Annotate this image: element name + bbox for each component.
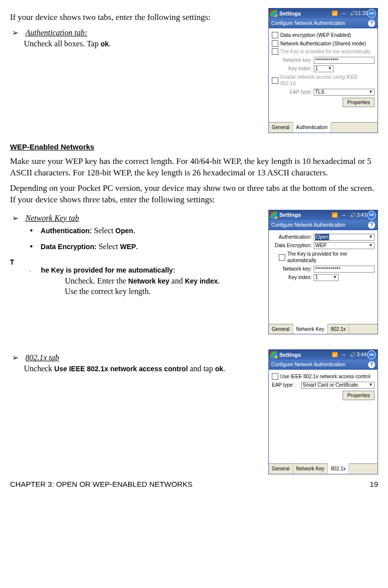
auth-tab-item: Authentication tab: Uncheck all boxes. T… [12, 27, 263, 49]
network-key-tab-item: Network Key tab [12, 213, 263, 224]
check-8021x[interactable]: Enable network access using IEEE 802.1X [272, 74, 375, 87]
auth-row: Authentication: Open▼ [272, 234, 375, 241]
8021x-tab-item: 802.1x tab Uncheck Use IEEE 802.1x netwo… [12, 352, 263, 374]
tab-general[interactable]: General [269, 324, 293, 334]
tab-8021x[interactable]: 802.1x [328, 463, 349, 474]
wep-p1: Make sure your WEP key has the correct l… [10, 156, 378, 179]
subheader-text: Configure Network Authentication [271, 222, 345, 229]
key-index-row: Key index: 1▼ [272, 274, 375, 281]
chevron-down-icon: ▼ [369, 89, 373, 95]
network-key-input[interactable]: ************ [314, 57, 375, 64]
bullet-data-encryption: Data Encryption: Select WEP. [30, 241, 263, 252]
wep-heading: WEP-Enabled Networks [10, 142, 378, 152]
8021x-instr: Uncheck Use IEEE 802.1x network access c… [24, 363, 225, 374]
screenshot-8021x-tab: Settings 📶 ↔ 🔊 3:44 ok Configure Network… [268, 349, 378, 474]
tab-network-key[interactable]: Network Key [293, 464, 328, 474]
nk-label: Network key: [272, 57, 312, 64]
properties-button[interactable]: Properties [343, 98, 375, 108]
sync-icon: ↔ [340, 10, 347, 17]
clock: 3:44 [358, 351, 365, 358]
auth-select[interactable]: Open▼ [314, 234, 375, 241]
eap-row: EAP type: TLS▼ [272, 89, 375, 96]
enc-select[interactable]: WEP▼ [314, 242, 375, 249]
bullet-authentication: Authentication: Select Open. [30, 225, 263, 236]
eap-row: EAP type: Smart Card or Certificate▼ [272, 382, 375, 389]
bullet-key-auto: •he Key is provided for me automatically… [30, 265, 263, 297]
network-key-input[interactable]: ************* [314, 266, 375, 273]
ppc-subheader: Configure Network Authentication ? [269, 18, 378, 28]
network-key-tab-label: Network Key tab [25, 214, 79, 222]
properties-button[interactable]: Properties [343, 391, 375, 401]
eap-label: EAP type: [272, 89, 312, 96]
ok-button[interactable]: ok [367, 350, 376, 359]
page-footer: CHAPTER 3: OPEN OR WEP-ENABLED NETWORKS … [10, 479, 378, 489]
tab-authentication[interactable]: Authentication [293, 122, 331, 133]
floating-t: T [10, 258, 14, 267]
clock: 3:43 [358, 212, 365, 219]
check-shared[interactable]: Network Authentication (Shared mode) [272, 40, 375, 47]
enc-row: Data Encryption: WEP▼ [272, 242, 375, 249]
check-key-auto[interactable]: The Key is provided for me automatically [272, 48, 375, 55]
ppc-title: Settings [279, 211, 329, 219]
chevron-down-icon: ▼ [328, 65, 332, 71]
signal-icon: 📶 [331, 10, 338, 17]
key-index-row: Key index: 1▼ [272, 65, 375, 72]
auth-tab-label: Authentication tab: [25, 28, 87, 37]
check-use-8021x[interactable]: Use IEEE 802.1x network access control [272, 373, 375, 380]
ppc-tabs: General Authentication [269, 122, 378, 133]
ok-button[interactable]: ok [367, 211, 376, 220]
help-icon[interactable]: ? [368, 20, 375, 27]
network-key-row: Network key: ************* [272, 266, 375, 273]
network-key-row: Network key: ************ [272, 57, 375, 64]
chevron-down-icon: ▼ [369, 382, 373, 388]
page-number: 19 [370, 479, 378, 489]
chevron-down-icon: ▼ [369, 234, 373, 240]
windows-flag-icon [270, 351, 277, 358]
screenshot-network-key-tab: Settings 📶 ↔ 🔊 3:43 ok Configure Network… [268, 210, 378, 335]
chevron-down-icon: ▼ [369, 242, 373, 248]
tab-network-key[interactable]: Network Key [293, 324, 328, 334]
ki-label: Key index: [272, 65, 312, 72]
chevron-down-icon: ▼ [333, 274, 337, 280]
signal-icon: 📶 [331, 212, 338, 219]
tab-general[interactable]: General [269, 464, 293, 474]
subheader-text: Configure Network Authentication [271, 20, 345, 27]
ok-button[interactable]: ok [367, 9, 376, 18]
ppc-titlebar: Settings 📶 ↔ 🔊 11:20 ok [269, 8, 378, 18]
key-index-select[interactable]: 1▼ [314, 65, 334, 72]
speaker-icon: 🔊 [349, 212, 356, 219]
tab-8021x[interactable]: 802.1x [328, 324, 349, 334]
signal-icon: 📶 [331, 351, 338, 358]
check-wep[interactable]: Data encryption (WEP Enabled) [272, 32, 375, 39]
auth-tab-instr: Uncheck all boxes. Tap ok. [24, 39, 111, 48]
eap-select[interactable]: TLS▼ [314, 89, 375, 96]
tab-general[interactable]: General [269, 123, 293, 133]
clock: 11:20 [358, 10, 365, 17]
speaker-icon: 🔊 [349, 351, 356, 358]
help-icon[interactable]: ? [368, 361, 375, 368]
sync-icon: ↔ [340, 212, 347, 219]
screenshot-auth-tab: Settings 📶 ↔ 🔊 11:20 ok Configure Networ… [268, 8, 378, 133]
ppc-title: Settings [279, 351, 329, 359]
sync-icon: ↔ [340, 351, 347, 358]
8021x-tab-label: 802.1x tab [25, 353, 59, 362]
wep-p2: Depending on your Pocket PC version, you… [10, 183, 378, 206]
help-icon[interactable]: ? [368, 222, 375, 229]
key-index-select[interactable]: 1▼ [314, 274, 339, 281]
chapter-label: CHAPTER 3: OPEN OR WEP-ENABLED NETWORKS [10, 479, 193, 489]
windows-flag-icon [270, 10, 277, 17]
eap-select[interactable]: Smart Card or Certificate▼ [301, 382, 375, 389]
windows-flag-icon [270, 212, 277, 219]
ppc-title: Settings [279, 10, 329, 17]
intro-text: If your device shows two tabs, enter the… [10, 12, 263, 23]
check-key-auto[interactable]: The Key is provided for me automatically [272, 251, 375, 264]
eap-label: EAP type: [272, 382, 299, 389]
subheader-text: Configure Network Authentication [271, 361, 345, 368]
